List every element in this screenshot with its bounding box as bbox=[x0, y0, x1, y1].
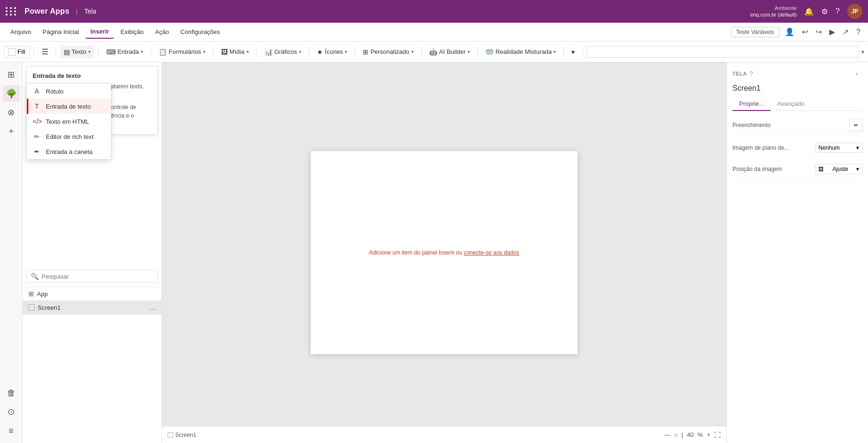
screen-tab[interactable]: Screen1 bbox=[168, 432, 196, 438]
fill-label: Fill bbox=[17, 48, 26, 55]
prop-row-preenchimento: Preenchimento ✏ bbox=[732, 116, 862, 135]
sidebar-trash-icon[interactable]: 🗑 bbox=[3, 384, 20, 401]
personalizado-button[interactable]: ⊞ Personalizado ▾ bbox=[359, 46, 417, 58]
menu-exibicao[interactable]: Exibição bbox=[116, 26, 148, 38]
formularios-chevron: ▾ bbox=[203, 49, 205, 54]
screen1-checkbox[interactable] bbox=[28, 304, 35, 311]
entrada-button[interactable]: ⌨ Entrada ▾ bbox=[102, 46, 147, 58]
screen-tab-icon bbox=[168, 432, 173, 438]
formula-expand-icon[interactable]: ▾ bbox=[861, 49, 864, 55]
menu-configuracoes[interactable]: Configurações bbox=[176, 26, 225, 38]
help-icon[interactable]: ? bbox=[835, 7, 840, 16]
graficos-label: Gráficos bbox=[274, 48, 297, 55]
zoom-minus-icon[interactable]: — bbox=[664, 431, 670, 438]
midia-label: Mídia bbox=[230, 48, 245, 55]
tab-properties[interactable]: Proprie... bbox=[732, 97, 771, 111]
dropdown-rotulo[interactable]: A Rótulo bbox=[27, 84, 111, 99]
dropdown-entrada-texto[interactable]: T Entrada de texto bbox=[27, 99, 111, 114]
undo-icon[interactable]: ↩ bbox=[800, 26, 810, 38]
dropdown-editor-rich[interactable]: ✏ Editor de rich text bbox=[27, 129, 111, 144]
menu-pagina-inicial[interactable]: Página Inicial bbox=[38, 26, 84, 38]
fullscreen-icon[interactable]: ⛶ bbox=[714, 431, 721, 439]
canvas-frame[interactable]: Adicione um item do painel Inserir ou co… bbox=[311, 151, 578, 354]
imagem-dropdown[interactable]: Nenhum ▾ bbox=[815, 143, 862, 153]
share-icon[interactable]: ↗ bbox=[841, 26, 851, 38]
title-separator: | bbox=[76, 8, 77, 15]
tab-advanced[interactable]: Avançado bbox=[771, 97, 811, 111]
canvas-hint-link[interactable]: conecte-se aos dados bbox=[464, 249, 519, 256]
fill-color-swatch bbox=[8, 48, 16, 56]
canvas-hint-text: Adicione um item do painel Inserir ou bbox=[369, 249, 464, 256]
sep-1 bbox=[34, 46, 34, 58]
realidade-misturada-button[interactable]: 🥽 Realidade Misturada ▾ bbox=[482, 46, 560, 58]
texto-html-label: Texto em HTML bbox=[46, 118, 89, 125]
test-vars-button[interactable]: Teste Variáveis bbox=[731, 27, 779, 37]
sidebar-tree-icon[interactable]: 🌳 bbox=[3, 85, 20, 102]
menu-inserir[interactable]: Inserir bbox=[85, 25, 114, 39]
layout-icon[interactable]: ☰ bbox=[38, 45, 52, 59]
sidebar-layers-icon[interactable]: ⊗ bbox=[3, 104, 20, 121]
expand-toolbar-button[interactable]: ▾ bbox=[568, 46, 579, 58]
search-input[interactable] bbox=[42, 273, 153, 280]
formula-input[interactable] bbox=[587, 46, 859, 58]
dropdown-entrada-caneta[interactable]: ✒ Entrada à caneta bbox=[27, 144, 111, 159]
screen-tab-label: Screen1 bbox=[175, 432, 196, 438]
sidebar-home-icon[interactable]: ⊞ bbox=[3, 66, 20, 83]
sep-7 bbox=[309, 46, 309, 58]
canvas-area: Adicione um item do painel Inserir ou co… bbox=[162, 62, 726, 443]
ai-builder-button[interactable]: 🤖 AI Builder ▾ bbox=[425, 46, 474, 58]
person-icon[interactable]: 👤 bbox=[783, 26, 796, 38]
right-panel-collapse-icon[interactable]: › bbox=[851, 68, 862, 79]
toolbar: Fill ☰ ▤ Texto ▾ ⌨ Entrada ▾ 📋 Formulári… bbox=[0, 42, 868, 62]
fill-button[interactable]: Fill bbox=[4, 46, 30, 58]
help-menu-icon[interactable]: ? bbox=[854, 26, 862, 38]
app-grid-icon[interactable] bbox=[6, 7, 17, 16]
dropdown-texto-html[interactable]: </> Texto em HTML bbox=[27, 114, 111, 129]
panel-header-help-icon[interactable]: ? bbox=[750, 70, 753, 77]
posicao-dropdown[interactable]: 🖼 Ajuste ▾ bbox=[815, 164, 862, 174]
screen1-more-icon[interactable]: ... bbox=[150, 303, 156, 312]
personalizado-label: Personalizado bbox=[370, 48, 409, 55]
sep-4 bbox=[151, 46, 151, 58]
sidebar-add-icon[interactable]: + bbox=[3, 123, 20, 140]
menu-arquivo[interactable]: Arquivo bbox=[6, 26, 36, 38]
settings-icon[interactable]: ⚙ bbox=[821, 7, 828, 16]
sep-10 bbox=[477, 46, 478, 58]
entrada-texto-icon: T bbox=[33, 102, 41, 110]
editor-rich-label: Editor de rich text bbox=[46, 133, 94, 140]
icones-chevron: ▾ bbox=[345, 49, 347, 54]
icones-button[interactable]: ★ Ícones ▾ bbox=[313, 46, 351, 58]
graficos-button[interactable]: 📊 Gráficos ▾ bbox=[261, 46, 305, 58]
env-label: Ambiente bbox=[775, 5, 797, 11]
texto-chevron: ▾ bbox=[88, 49, 91, 54]
midia-button[interactable]: 🖼 Mídia ▾ bbox=[217, 46, 253, 58]
sidebar-data-icon[interactable]: ⊙ bbox=[3, 403, 20, 420]
panel: Entrada de texto Um campo para os usuári… bbox=[23, 62, 162, 443]
environment-info[interactable]: Ambiente enq.com.br (default) bbox=[750, 5, 797, 18]
tree-item-app[interactable]: ⊞ App bbox=[23, 287, 162, 300]
texto-dropdown-button[interactable]: ▤ Texto ▾ bbox=[60, 46, 94, 58]
tree-app-label: App bbox=[37, 290, 48, 298]
sep-12 bbox=[582, 46, 583, 58]
topbar-right: Ambiente enq.com.br (default) 🔔 ⚙ ? JP bbox=[750, 4, 862, 19]
tree-item-screen1[interactable]: Screen1 ... bbox=[23, 300, 162, 315]
app-name: Power Apps bbox=[25, 7, 69, 16]
entrada-label: Entrada bbox=[118, 48, 139, 55]
sep-11 bbox=[563, 46, 564, 58]
entrada-caneta-label: Entrada à caneta bbox=[46, 148, 93, 155]
right-panel-screen-name: Screen1 bbox=[732, 84, 862, 93]
play-icon[interactable]: ▶ bbox=[827, 26, 837, 38]
redo-icon[interactable]: ↪ bbox=[814, 26, 824, 38]
env-value: enq.com.br (default) bbox=[750, 11, 797, 18]
bell-icon[interactable]: 🔔 bbox=[804, 7, 814, 16]
avatar[interactable]: JP bbox=[847, 4, 862, 19]
zoom-plus-icon[interactable]: + bbox=[706, 431, 710, 438]
topbar: Power Apps | Tela Ambiente enq.com.br (d… bbox=[0, 0, 868, 23]
formularios-button[interactable]: 📋 Formulários ▾ bbox=[155, 46, 209, 58]
right-panel: TELA ? › Screen1 Proprie... Avançado Pre… bbox=[726, 62, 868, 443]
imagem-chevron: ▾ bbox=[856, 145, 859, 151]
preenchimento-icon-btn[interactable]: ✏ bbox=[849, 119, 862, 132]
prop-label-posicao: Posição da imagem bbox=[732, 166, 811, 172]
menu-acao[interactable]: Ação bbox=[150, 26, 174, 38]
sidebar-vars-icon[interactable]: ≡ bbox=[3, 422, 20, 439]
